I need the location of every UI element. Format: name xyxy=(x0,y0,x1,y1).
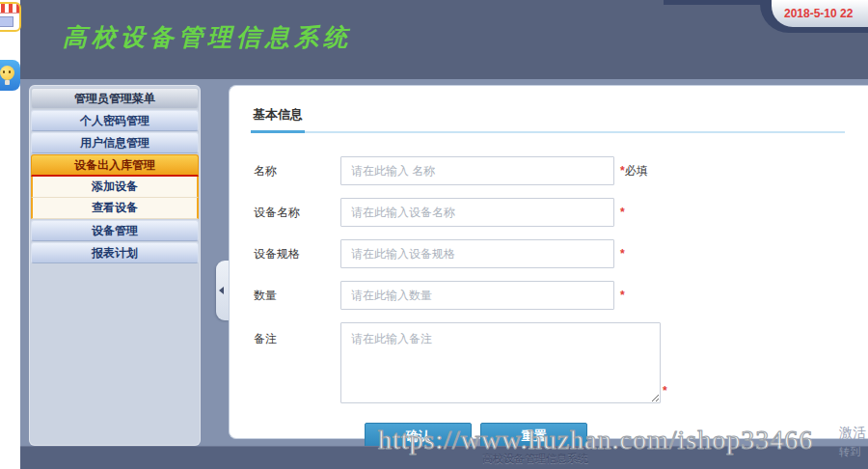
remark-label: 备注 xyxy=(254,331,340,347)
sidebar-subitem-view-device[interactable]: 查看设备 xyxy=(31,198,199,219)
chevron-left-icon xyxy=(219,287,224,294)
required-note: *必填 xyxy=(620,163,648,179)
form-row-quantity: 数量 * xyxy=(254,281,868,310)
sidebar-subitem-add-device[interactable]: 添加设备 xyxy=(31,177,199,198)
storefront-awning xyxy=(0,4,19,14)
sidebar-item-password-mgmt[interactable]: 个人密码管理 xyxy=(31,110,199,131)
device-form: 名称 *必填 设备名称 * 设备规格 * 数量 * 备注 xyxy=(254,156,868,448)
sidebar-item-device-mgmt[interactable]: 设备管理 xyxy=(31,220,199,241)
required-star: * xyxy=(663,384,667,398)
current-date: 2018-5-10 22 xyxy=(784,7,853,20)
storefront-window xyxy=(0,16,14,27)
required-star: * xyxy=(620,206,625,219)
required-star: * xyxy=(620,247,625,261)
sidebar-item-report-plan[interactable]: 报表计划 xyxy=(31,242,199,263)
quantity-input[interactable] xyxy=(340,281,614,310)
lightbulb-glyph xyxy=(0,66,14,80)
remark-textarea[interactable] xyxy=(340,322,661,403)
device-name-input[interactable] xyxy=(340,198,614,227)
app-window: 高校设备管理信息系统 2018-5-10 22 管理员管理菜单 个人密码管理 用… xyxy=(20,0,868,469)
form-row-remark: 备注 * xyxy=(254,322,868,403)
sidebar-menu: 管理员管理菜单 个人密码管理 用户信息管理 设备出入库管理 添加设备 查看设备 … xyxy=(29,85,201,446)
header-date-band: 2018-5-10 22 xyxy=(772,0,868,27)
device-spec-input[interactable] xyxy=(340,239,614,268)
tab-basic-info[interactable]: 基本信息 xyxy=(251,106,305,133)
device-name-label: 设备名称 xyxy=(254,205,340,221)
form-row-device-spec: 设备规格 * xyxy=(254,239,868,268)
device-spec-label: 设备规格 xyxy=(254,246,340,262)
sidebar-menu-header: 管理员管理菜单 xyxy=(31,88,199,109)
lightbulb-icon[interactable] xyxy=(0,60,20,91)
form-row-device-name: 设备名称 * xyxy=(254,198,868,227)
form-row-name: 名称 *必填 xyxy=(254,156,868,185)
required-star: * xyxy=(620,289,625,302)
sidebar-item-user-info-mgmt[interactable]: 用户信息管理 xyxy=(31,132,199,153)
tab-bar: 基本信息 xyxy=(251,105,845,133)
app-title: 高校设备管理信息系统 xyxy=(63,21,352,53)
watermark-url: https://www.huzhan.com/ishop33466 xyxy=(378,425,813,455)
app-header: 高校设备管理信息系统 2018-5-10 22 xyxy=(20,0,868,79)
name-label: 名称 xyxy=(254,163,340,179)
quantity-label: 数量 xyxy=(254,288,340,304)
name-input[interactable] xyxy=(340,156,614,185)
sidebar-collapse-handle[interactable] xyxy=(216,261,229,320)
storefront-icon[interactable] xyxy=(0,2,21,32)
main-panel: 基本信息 名称 *必填 设备名称 * 设备规格 * 数量 * xyxy=(229,85,868,439)
windows-activation-line1: 激活 xyxy=(839,425,866,442)
windows-activation-line2: 转到 xyxy=(839,445,860,459)
sidebar-item-inout-mgmt-active[interactable]: 设备出入库管理 xyxy=(31,154,199,177)
